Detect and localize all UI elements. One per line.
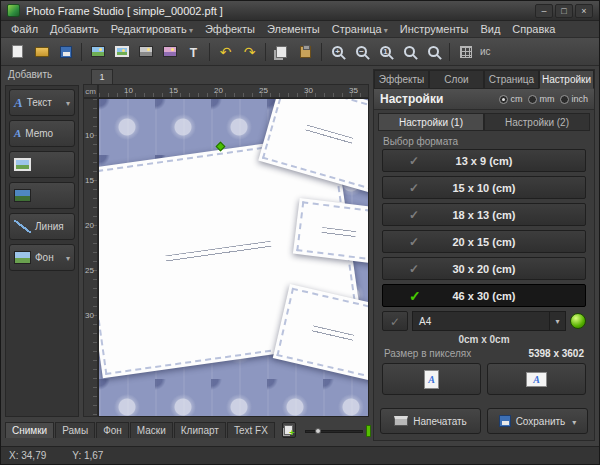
tab-snapshots[interactable]: Снимки <box>5 422 54 438</box>
zoom-out-button[interactable] <box>350 41 373 63</box>
orientation-row: A A <box>382 363 586 395</box>
tab-backgrounds[interactable]: Фон <box>96 422 129 438</box>
ruler-mark: 15 <box>169 86 178 95</box>
settings-panel: Эффекты Слои Страница Настройки Настройк… <box>373 69 595 441</box>
maximize-button[interactable]: □ <box>555 4 573 18</box>
format-option-20x15[interactable]: 20 x 15 (cm) <box>382 230 586 253</box>
unit-mm-label: mm <box>539 94 554 104</box>
open-button[interactable] <box>30 41 53 63</box>
check-selected-icon <box>409 288 421 304</box>
zoom-in-button[interactable] <box>326 41 349 63</box>
add-background-tool-button[interactable]: Фон <box>9 244 75 271</box>
add-clipart-button[interactable] <box>158 41 181 63</box>
add-text-button[interactable] <box>182 41 205 63</box>
paper-check-button[interactable] <box>382 311 408 331</box>
minimize-button[interactable]: – <box>535 4 553 18</box>
subtab-settings-2[interactable]: Настройки (2) <box>484 113 590 131</box>
orientation-landscape-button[interactable]: A <box>487 363 586 395</box>
unit-radio-cm[interactable]: cm <box>499 94 522 104</box>
redo-button[interactable] <box>238 41 261 63</box>
apply-paper-button[interactable] <box>570 313 586 329</box>
zoom-page-button[interactable] <box>422 41 445 63</box>
background-image-icon <box>14 251 31 264</box>
format-option-30x20[interactable]: 30 x 20 (cm) <box>382 257 586 280</box>
add-frame-button[interactable] <box>110 41 133 63</box>
format-option-18x13[interactable]: 18 x 13 (cm) <box>382 203 586 226</box>
check-icon <box>409 235 419 249</box>
tab-frames[interactable]: Рамы <box>55 422 95 438</box>
format-option-46x30[interactable]: 46 x 30 (cm) <box>382 284 586 307</box>
grid-button[interactable] <box>454 41 477 63</box>
format-option-13x9[interactable]: 13 x 9 (cm) <box>382 149 586 172</box>
add-text-tool-button[interactable]: Текст <box>9 89 75 116</box>
page-tab-1[interactable]: 1 <box>91 69 113 84</box>
zoom-slider-dot[interactable] <box>315 428 321 434</box>
menu-item-effects[interactable]: Эффекты <box>199 22 261 36</box>
pixel-size-row: Размер в пикселях 5398 x 3602 <box>384 348 584 359</box>
unit-radio-mm[interactable]: mm <box>528 94 554 104</box>
add-tools-header: Добавить <box>5 69 79 84</box>
tab-layers[interactable]: Слои <box>429 70 484 89</box>
add-line-label: Линия <box>35 221 64 232</box>
zoom-slider-thumb[interactable] <box>366 425 371 437</box>
zoom-slider-track[interactable] <box>305 430 363 433</box>
radio-icon <box>560 95 569 104</box>
undo-button[interactable] <box>214 41 237 63</box>
select-caret-icon <box>549 312 565 330</box>
add-mask-button[interactable] <box>134 41 157 63</box>
ruler-mark: 10 <box>124 86 133 95</box>
new-page-button[interactable] <box>6 41 29 63</box>
menu-item-help[interactable]: Справка <box>506 22 561 36</box>
design-canvas[interactable] <box>98 98 369 417</box>
add-photo-button[interactable] <box>86 41 109 63</box>
tab-masks[interactable]: Маски <box>130 422 173 438</box>
tab-clipart[interactable]: Клипарт <box>174 422 226 438</box>
frame-caption-lines <box>321 227 356 240</box>
menu-item-tools[interactable]: Инструменты <box>394 22 475 36</box>
format-label: 13 x 9 (cm) <box>456 155 513 167</box>
menu-item-elements[interactable]: Элементы <box>261 22 326 36</box>
new-page-icon <box>12 45 23 58</box>
menu-item-edit[interactable]: Редактировать <box>105 22 199 36</box>
paper-size-select[interactable]: A4 <box>412 311 566 331</box>
window-title: Photo Frame Studio [ simple_00002.pft ] <box>26 5 533 17</box>
status-bar: X: 34,79 Y: 1,67 <box>1 446 599 464</box>
print-button[interactable]: Напечатать <box>380 408 481 434</box>
tab-settings[interactable]: Настройки <box>539 70 594 89</box>
add-frame-tool-button[interactable] <box>9 151 75 178</box>
tab-text-fx[interactable]: Text FX <box>227 422 275 438</box>
format-option-15x10[interactable]: 15 x 10 (cm) <box>382 176 586 199</box>
menu-item-add[interactable]: Добавить <box>44 22 105 36</box>
zoom-slider[interactable] <box>305 424 371 438</box>
save-image-button[interactable]: Сохранить <box>487 408 588 434</box>
toolbar-separator <box>449 43 450 61</box>
zoom-out-icon <box>356 46 367 57</box>
photo-frame-mid-right[interactable] <box>293 198 369 264</box>
unit-radio-inch[interactable]: inch <box>560 94 588 104</box>
tab-effects[interactable]: Эффекты <box>374 70 429 89</box>
menu-item-page[interactable]: Страница <box>326 22 394 36</box>
title-bar: Photo Frame Studio [ simple_00002.pft ] … <box>1 1 599 21</box>
subtab-settings-1[interactable]: Настройки (1) <box>378 113 484 131</box>
menu-item-view[interactable]: Вид <box>474 22 506 36</box>
zoom-in-icon <box>332 46 343 57</box>
zoom-fit-button[interactable] <box>398 41 421 63</box>
add-clipart-icon <box>163 46 177 57</box>
grid-icon <box>460 46 472 58</box>
photo-frame-bottom-right[interactable] <box>273 284 369 382</box>
zoom-actual-button[interactable] <box>374 41 397 63</box>
copy-button[interactable] <box>270 41 293 63</box>
frame-caption-lines <box>311 325 354 343</box>
mask-image-icon <box>14 189 31 202</box>
app-icon <box>7 4 20 17</box>
tab-page[interactable]: Страница <box>484 70 539 89</box>
add-line-tool-button[interactable]: Линия <box>9 213 75 240</box>
add-memo-tool-button[interactable]: Memo <box>9 120 75 147</box>
close-button[interactable]: × <box>575 4 593 18</box>
menu-item-file[interactable]: Файл <box>5 22 44 36</box>
paste-button[interactable] <box>294 41 317 63</box>
duplicate-page-button[interactable] <box>282 422 296 438</box>
orientation-portrait-button[interactable]: A <box>382 363 481 395</box>
add-mask-tool-button[interactable] <box>9 182 75 209</box>
save-button[interactable] <box>54 41 77 63</box>
